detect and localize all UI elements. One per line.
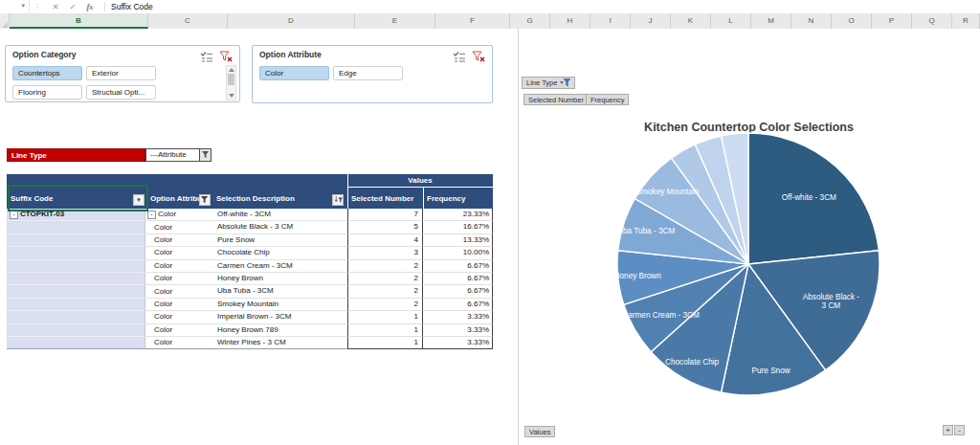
cell-description[interactable]: Pure Snow bbox=[212, 234, 347, 247]
clear-filter-icon[interactable] bbox=[219, 49, 234, 61]
scroll-thumb[interactable] bbox=[228, 74, 234, 85]
cell-number[interactable]: 2 bbox=[347, 273, 423, 285]
cell-frequency[interactable]: 23.33% bbox=[423, 209, 493, 221]
cell-description[interactable]: Uba Tuba - 3CM bbox=[212, 285, 347, 298]
cell-number[interactable]: 5 bbox=[347, 221, 423, 234]
cell-description[interactable]: Honey Brown bbox=[212, 273, 347, 285]
cell-description[interactable]: Absolute Black - 3 CM bbox=[212, 221, 347, 234]
slicer-item-countertops[interactable]: Countertops bbox=[12, 66, 82, 80]
slicer-item-exterior[interactable]: Exterior bbox=[86, 66, 156, 80]
chart-field-values-button[interactable]: Values bbox=[524, 426, 555, 437]
scroll-up-arrow[interactable] bbox=[229, 68, 234, 72]
cell-attribute[interactable]: Color bbox=[145, 299, 212, 311]
column-header-N[interactable]: N bbox=[791, 13, 832, 29]
cell-description[interactable]: Smokey Mountain bbox=[212, 299, 347, 311]
expand-collapse-box[interactable]: - bbox=[10, 211, 18, 219]
pivot-header-frequency[interactable]: Frequency bbox=[427, 194, 465, 203]
chart-field-selected-number-button[interactable]: Selected Number bbox=[523, 94, 589, 105]
cell-suffix[interactable] bbox=[7, 324, 145, 337]
cell-suffix[interactable]: -CTOPKIT-03 bbox=[7, 209, 145, 221]
column-header-E[interactable]: E bbox=[355, 13, 435, 29]
column-header-G[interactable]: G bbox=[510, 13, 550, 29]
expand-collapse-box[interactable]: - bbox=[147, 211, 156, 219]
cell-frequency[interactable]: 3.33% bbox=[423, 311, 493, 323]
multiselect-icon[interactable] bbox=[200, 49, 214, 61]
cell-number[interactable]: 1 bbox=[347, 337, 423, 349]
cell-frequency[interactable]: 3.33% bbox=[423, 324, 493, 337]
cell-description[interactable]: Imperial Brown - 3CM bbox=[212, 311, 347, 323]
column-header-H[interactable]: H bbox=[550, 13, 590, 29]
cell-frequency[interactable]: 10.00% bbox=[423, 247, 493, 259]
slicer-scrollbar[interactable] bbox=[226, 65, 236, 100]
cell-number[interactable]: 2 bbox=[347, 260, 423, 273]
name-box[interactable]: ▾ bbox=[0, 0, 30, 13]
column-header-M[interactable]: M bbox=[751, 13, 791, 29]
cell-attribute[interactable]: Color bbox=[145, 260, 212, 273]
cell-suffix[interactable] bbox=[7, 273, 145, 285]
pivot-header-selection-description[interactable]: Selection Description bbox=[216, 194, 295, 203]
pivot-header-suffix-code[interactable]: Suffix Code bbox=[11, 194, 53, 203]
formula-bar-input[interactable]: Suffix Code bbox=[111, 2, 153, 11]
line-type-value-cell[interactable]: ---Attribute bbox=[145, 148, 200, 162]
column-header-K[interactable]: K bbox=[671, 13, 711, 29]
cell-frequency[interactable]: 6.67% bbox=[423, 273, 493, 285]
clear-filter-icon[interactable] bbox=[472, 49, 486, 61]
column-header-L[interactable]: L bbox=[711, 13, 751, 29]
cell-suffix[interactable] bbox=[7, 311, 145, 323]
cell-number[interactable]: 4 bbox=[347, 234, 423, 247]
pivot-header-option-attribute[interactable]: Option Attribut bbox=[150, 194, 205, 203]
column-header-O[interactable]: O bbox=[832, 13, 872, 29]
column-header-Q[interactable]: Q bbox=[912, 13, 952, 29]
cell-description[interactable]: Off-white - 3CM bbox=[212, 209, 347, 221]
cell-description[interactable]: Honey Brown 789 bbox=[212, 324, 347, 337]
line-type-label-cell[interactable]: Line Type bbox=[7, 148, 145, 162]
cell-description[interactable]: Carmen Cream - 3CM bbox=[212, 260, 347, 273]
scroll-down-arrow[interactable] bbox=[229, 94, 234, 98]
column-header-D[interactable]: D bbox=[228, 13, 355, 29]
column-header-J[interactable]: J bbox=[631, 13, 671, 29]
cancel-icon[interactable]: ✕ bbox=[47, 2, 64, 11]
cell-description[interactable]: Chocolate Chip bbox=[212, 247, 347, 259]
attribute-filter-icon[interactable] bbox=[199, 194, 211, 206]
cell-suffix[interactable] bbox=[7, 260, 145, 273]
cell-number[interactable]: 2 bbox=[347, 299, 423, 311]
cell-frequency[interactable]: 3.33% bbox=[423, 337, 493, 349]
chart-filter-line-type-button[interactable]: Line Type bbox=[522, 77, 575, 89]
column-header-F[interactable]: F bbox=[435, 13, 510, 29]
cell-attribute[interactable]: Color bbox=[145, 247, 212, 259]
cell-frequency[interactable]: 13.33% bbox=[423, 234, 493, 247]
slicer-item-structual-opti[interactable]: Structual Opti... bbox=[86, 85, 156, 100]
filter-dropdown-icon[interactable] bbox=[199, 148, 212, 162]
cell-frequency[interactable]: 6.67% bbox=[423, 260, 493, 273]
cell-attribute[interactable]: Color bbox=[145, 311, 212, 323]
cell-number[interactable]: 1 bbox=[347, 311, 423, 323]
cell-suffix[interactable] bbox=[7, 247, 145, 259]
pivot-header-selected-number[interactable]: Selected Number bbox=[351, 194, 413, 203]
cell-number[interactable]: 3 bbox=[347, 247, 423, 259]
select-all-corner[interactable] bbox=[0, 13, 10, 29]
chart-expand-button[interactable]: + bbox=[943, 425, 953, 435]
cell-suffix[interactable] bbox=[7, 337, 145, 349]
chevron-down-icon[interactable]: ▾ bbox=[21, 2, 25, 10]
cell-attribute[interactable]: Color bbox=[145, 221, 212, 234]
cell-frequency[interactable]: 16.67% bbox=[423, 221, 493, 234]
cell-number[interactable]: 7 bbox=[347, 209, 423, 221]
cell-attribute[interactable]: Color bbox=[145, 324, 212, 337]
confirm-icon[interactable]: ✓ bbox=[64, 2, 81, 11]
cell-attribute[interactable]: Color bbox=[145, 337, 212, 349]
multiselect-icon[interactable] bbox=[453, 49, 467, 61]
cell-attribute[interactable]: -Color bbox=[145, 209, 212, 221]
cell-attribute[interactable]: Color bbox=[145, 234, 212, 247]
cell-number[interactable]: 2 bbox=[347, 285, 423, 298]
cell-suffix[interactable] bbox=[7, 299, 145, 311]
cell-attribute[interactable]: Color bbox=[145, 273, 212, 285]
cell-suffix[interactable] bbox=[7, 234, 145, 247]
slicer-item-edge[interactable]: Edge bbox=[333, 66, 403, 80]
slicer-item-color[interactable]: Color bbox=[259, 66, 329, 80]
cell-frequency[interactable]: 6.67% bbox=[423, 285, 493, 298]
cell-frequency[interactable]: 6.67% bbox=[423, 299, 493, 311]
chart-collapse-button[interactable]: - bbox=[954, 425, 965, 435]
column-header-C[interactable]: C bbox=[148, 13, 228, 29]
cell-suffix[interactable] bbox=[7, 285, 145, 298]
description-sort-filter-icon[interactable] bbox=[332, 194, 344, 206]
